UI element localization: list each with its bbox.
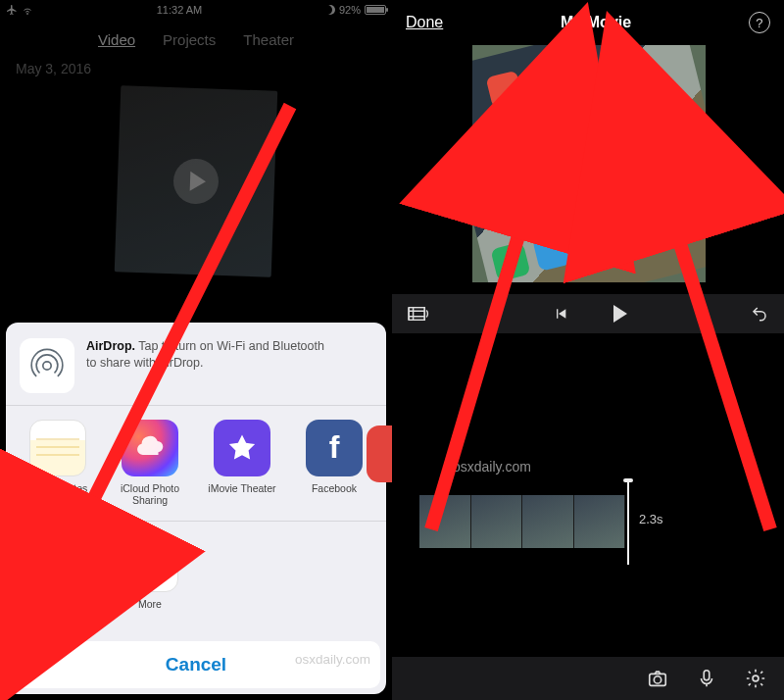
share-sheet: AirDrop. Tap to turn on Wi-Fi and Blueto… xyxy=(6,323,386,694)
done-button[interactable]: Done xyxy=(406,14,443,31)
filmstrip-icon xyxy=(29,535,86,592)
watermark: osxdaily.com xyxy=(295,652,370,667)
airdrop-icon xyxy=(20,338,74,393)
undo-button[interactable] xyxy=(751,305,768,323)
share-row-apps: Add to Notes iCloud Photo Sharing iMovie… xyxy=(6,406,386,522)
action-label: Create Movie xyxy=(27,598,88,622)
share-label: iMovie Theater xyxy=(208,482,275,506)
share-label: iCloud Photo Sharing xyxy=(104,482,196,507)
action-label: More xyxy=(138,598,162,622)
imovie-icon xyxy=(214,420,270,476)
rotate-indicator-icon xyxy=(520,95,658,232)
svg-point-7 xyxy=(753,675,759,681)
more-icon: ••• xyxy=(122,535,178,592)
icloud-photo-icon xyxy=(122,420,178,476)
help-button[interactable]: ? xyxy=(749,12,770,33)
action-more[interactable]: ••• More xyxy=(104,535,196,622)
watermark: osxdaily.com xyxy=(453,459,531,475)
share-row-actions: Create Movie ••• More xyxy=(6,522,386,635)
video-preview[interactable] xyxy=(472,45,706,282)
svg-rect-6 xyxy=(704,671,710,680)
action-create-movie[interactable]: Create Movie xyxy=(12,535,104,622)
share-add-to-notes[interactable]: Add to Notes xyxy=(12,420,104,507)
skip-to-start-button[interactable] xyxy=(553,306,568,322)
settings-button[interactable] xyxy=(745,668,766,689)
imovie-bottom-toolbar xyxy=(392,657,784,700)
clip-duration-label: 2.3s xyxy=(639,512,663,526)
left-screenshot-photos-share: 11:32 AM 92% Video Projects Theater May … xyxy=(0,0,392,700)
share-icloud-photo-sharing[interactable]: iCloud Photo Sharing xyxy=(104,420,196,507)
playback-toolbar xyxy=(392,294,784,333)
share-imovie-theater[interactable]: iMovie Theater xyxy=(196,420,288,507)
airdrop-row[interactable]: AirDrop. Tap to turn on Wi-Fi and Blueto… xyxy=(6,332,386,406)
share-label: Add to Notes xyxy=(28,482,88,506)
project-title: My Movie xyxy=(561,14,631,31)
play-button[interactable] xyxy=(613,305,627,323)
share-label: Facebook xyxy=(312,482,357,506)
microphone-button[interactable] xyxy=(696,668,717,689)
playhead[interactable] xyxy=(627,480,629,565)
svg-rect-3 xyxy=(409,308,424,321)
video-clip[interactable] xyxy=(419,495,625,548)
share-next-app-peek[interactable] xyxy=(367,425,392,482)
camera-button[interactable] xyxy=(647,668,668,689)
airdrop-description: AirDrop. Tap to turn on Wi-Fi and Blueto… xyxy=(86,338,331,372)
right-screenshot-imovie-editor: Done My Movie ? xyxy=(392,0,784,700)
svg-point-1 xyxy=(43,362,51,370)
media-browser-button[interactable] xyxy=(408,305,429,323)
notes-icon xyxy=(29,420,86,476)
timeline[interactable]: osxdaily.com 2.3s xyxy=(392,333,784,657)
imovie-nav-bar: Done My Movie ? xyxy=(392,0,784,45)
svg-point-5 xyxy=(654,676,661,683)
facebook-icon: f xyxy=(306,420,363,476)
